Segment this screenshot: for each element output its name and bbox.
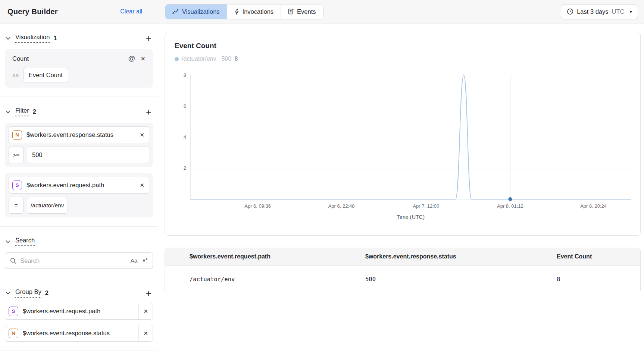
chevron-down-icon[interactable] <box>6 240 10 243</box>
number-type-badge: N <box>9 329 18 338</box>
visualization-function[interactable]: Count <box>12 55 29 62</box>
chart-legend[interactable]: /actuator/env · 500 8 <box>175 56 631 62</box>
time-range-selector[interactable]: Last 3 days UTC ▾ <box>561 4 638 19</box>
lightning-icon <box>234 9 239 15</box>
string-type-badge: S <box>12 181 22 190</box>
filter-section: Filter 2 + N $workers.event.response.sta… <box>0 107 158 227</box>
svg-text:Apr 8, 01:12: Apr 8, 01:12 <box>497 203 523 209</box>
chart-plot-area: 2468Apr 6, 09:36Apr 6, 22:48Apr 7, 12:00… <box>165 68 640 223</box>
search-field: Aa * <box>5 252 153 269</box>
remove-filter-button[interactable]: ✕ <box>135 132 149 138</box>
filter-field[interactable]: S $workers.event.request.path ✕ <box>9 177 149 194</box>
series-dot-icon <box>175 57 179 61</box>
filter-operator[interactable]: = <box>9 197 24 214</box>
visualization-alias[interactable]: Event Count <box>23 68 68 82</box>
filter-field-name: $workers.event.request.path <box>26 182 104 189</box>
svg-text:Apr 6, 22:48: Apr 6, 22:48 <box>328 203 355 209</box>
column-header: $workers.event.response.status <box>365 253 557 260</box>
tab-invocations[interactable]: Invocations <box>227 4 281 19</box>
query-builder-sidebar: Visualization 1 + Count @ ✕ as Event Cou… <box>0 23 158 364</box>
remove-group-by-button[interactable]: ✕ <box>139 308 153 315</box>
clear-all-link[interactable]: Clear all <box>120 8 142 15</box>
remove-visualization-button[interactable]: ✕ <box>138 55 149 62</box>
top-bar: Query Builder Clear all Visualizations I… <box>0 0 644 23</box>
tab-label: Visualizations <box>182 8 220 15</box>
group-by-field-name: $workers.event.request.path <box>23 308 100 315</box>
visualization-count: 1 <box>53 35 57 42</box>
group-by-count: 2 <box>45 289 49 296</box>
add-filter-button[interactable]: + <box>144 108 153 116</box>
chevron-down-icon[interactable] <box>6 37 10 40</box>
divider <box>0 351 158 351</box>
svg-text:Time (UTC): Time (UTC) <box>397 214 425 220</box>
tab-label: Invocations <box>243 8 273 15</box>
chevron-down-icon: ▾ <box>629 9 632 15</box>
event-count-chart-card: Event Count /actuator/env · 500 8 2468Ap… <box>165 32 641 236</box>
search-section-title[interactable]: Search <box>15 237 35 246</box>
divider <box>0 226 158 227</box>
visualization-section: Visualization 1 + Count @ ✕ as Event Cou… <box>0 34 158 97</box>
line-chart-icon <box>172 9 179 15</box>
cell-event-count: 8 <box>557 276 640 283</box>
document-icon <box>288 9 294 15</box>
divider <box>0 97 158 97</box>
string-type-badge: S <box>9 307 18 316</box>
search-icon <box>10 258 16 264</box>
filter-section-title[interactable]: Filter <box>15 107 29 116</box>
table-row[interactable]: /actuator/env 500 8 <box>165 266 640 293</box>
filter-operator[interactable]: >= <box>9 147 24 163</box>
group-by-field[interactable]: S $workers.event.request.path ✕ <box>5 303 153 320</box>
results-table: $workers.event.request.path $workers.eve… <box>165 248 641 293</box>
svg-text:2: 2 <box>184 165 186 171</box>
time-range-label: Last 3 days <box>577 8 608 15</box>
search-section: Search + Aa * <box>0 237 158 278</box>
filter-item: N $workers.event.response.status ✕ >= <box>5 123 153 167</box>
number-type-badge: N <box>12 130 22 140</box>
group-by-field-name: $workers.event.response.status <box>23 330 110 337</box>
tab-events[interactable]: Events <box>281 4 323 19</box>
svg-text:4: 4 <box>184 134 186 140</box>
add-group-by-button[interactable]: + <box>144 289 153 297</box>
cell-request-path: /actuator/env <box>190 276 365 283</box>
remove-group-by-button[interactable]: ✕ <box>139 330 153 337</box>
cell-response-status: 500 <box>365 276 557 283</box>
visualization-card: Count @ ✕ as Event Count <box>5 49 153 88</box>
svg-text:8: 8 <box>184 72 186 78</box>
tab-label: Events <box>297 8 316 15</box>
clock-icon <box>567 8 573 15</box>
svg-text:6: 6 <box>184 103 186 109</box>
visualization-section-title[interactable]: Visualization <box>15 34 50 43</box>
chevron-down-icon[interactable] <box>6 292 10 295</box>
svg-text:Apr 8, 20:24: Apr 8, 20:24 <box>580 203 607 209</box>
page-title: Query Builder <box>7 7 58 16</box>
legend-series-name: /actuator/env · 500 <box>182 56 231 62</box>
filter-item: S $workers.event.request.path ✕ = /actua… <box>5 173 153 217</box>
filter-count: 2 <box>33 108 36 115</box>
filter-value-input[interactable] <box>27 147 149 163</box>
table-header-row: $workers.event.request.path $workers.eve… <box>165 248 640 266</box>
column-header: $workers.event.request.path <box>190 253 365 260</box>
as-label: as <box>12 72 19 79</box>
add-visualization-button[interactable]: + <box>144 35 153 42</box>
remove-filter-button[interactable]: ✕ <box>135 182 149 189</box>
chart-title: Event Count <box>175 42 631 50</box>
line-chart: 2468Apr 6, 09:36Apr 6, 22:48Apr 7, 12:00… <box>165 68 640 222</box>
svg-text:Apr 7, 12:00: Apr 7, 12:00 <box>413 203 439 209</box>
main-panel: Event Count /actuator/env · 500 8 2468Ap… <box>158 23 644 364</box>
group-by-field[interactable]: N $workers.event.response.status ✕ <box>5 325 153 342</box>
tab-visualizations[interactable]: Visualizations <box>165 4 227 19</box>
filter-field[interactable]: N $workers.event.response.status ✕ <box>9 126 149 143</box>
svg-text:Apr 6, 09:36: Apr 6, 09:36 <box>244 203 271 209</box>
group-by-section: Group By 2 + S $workers.event.request.pa… <box>0 288 158 351</box>
filter-field-name: $workers.event.response.status <box>26 131 113 138</box>
regex-toggle[interactable]: * <box>143 259 148 263</box>
search-input[interactable] <box>20 257 130 264</box>
filter-value[interactable]: /actuator/env <box>27 197 68 214</box>
column-header: Event Count <box>557 253 640 260</box>
group-by-section-title[interactable]: Group By <box>15 288 41 298</box>
match-case-toggle[interactable]: Aa <box>130 257 137 264</box>
sidebar-header: Query Builder Clear all <box>0 0 158 23</box>
divider <box>0 278 158 278</box>
chevron-down-icon[interactable] <box>6 110 10 113</box>
at-sign-icon[interactable]: @ <box>126 54 137 63</box>
